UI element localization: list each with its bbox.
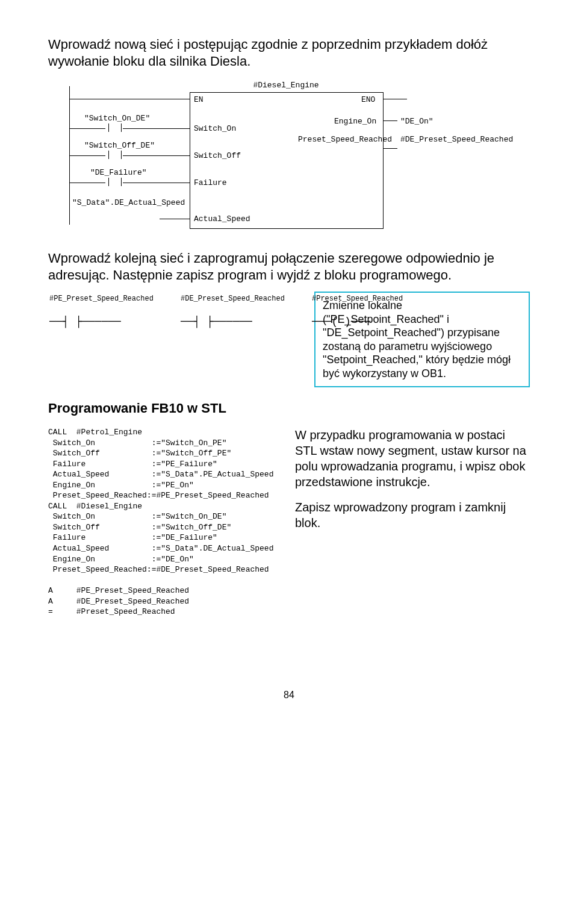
in1-port: Switch_On	[194, 123, 236, 134]
in2-label: "Switch_Off_DE"	[84, 140, 155, 151]
contact-icon	[108, 123, 122, 132]
port-eno: ENO	[361, 95, 375, 105]
in4-label: "S_Data".DE_Actual_Speed	[72, 198, 181, 208]
contact-icon	[108, 151, 122, 159]
page-number: 84	[48, 690, 530, 701]
in3-label: "DE_Failure"	[90, 167, 147, 178]
in3-port: Failure	[194, 178, 227, 189]
out2-port: Preset_Speed_Reached	[298, 134, 382, 145]
side-paragraph-2: Zapisz wprowadzony program i zamknij blo…	[295, 499, 530, 531]
stl-code-block: CALL #Petrol_Engine Switch_On :="Switch_…	[48, 427, 277, 617]
heading-stl: Programowanie FB10 w STL	[48, 401, 530, 416]
fbd-diagram-diesel: #Diesel_Engine EN ENO "Switch_On_DE" Swi…	[48, 80, 530, 237]
side-paragraph-1: W przypadku programowania w postaci STL …	[295, 427, 530, 490]
rung-var-2: #DE_Preset_Speed_Reached	[181, 294, 295, 314]
intro-paragraph-1: Wprowadź nową sieć i postępując zgodnie …	[48, 36, 530, 69]
contact-icon	[108, 178, 122, 186]
out1-port: Engine_On	[334, 116, 376, 127]
in1-label: "Switch_On_DE"	[84, 113, 150, 124]
in4-port: Actual_Speed	[194, 214, 250, 225]
out2-label: #DE_Preset_Speed_Reached	[400, 134, 497, 145]
rung-var-1: #PE_Preset_Speed_Reached	[49, 294, 164, 314]
out1-label: "DE_On"	[400, 116, 434, 127]
fb-title: #Diesel_Engine	[190, 80, 382, 91]
ladder-rung: #PE_Preset_Speed_Reached ──┤ ├────── #DE…	[48, 294, 530, 336]
port-en: EN	[194, 95, 204, 105]
in2-port: Switch_Off	[194, 151, 241, 161]
rung-var-3: #Preset_Speed_Reached	[312, 294, 414, 314]
intro-paragraph-2: Wprowadź kolejną sieć i zaprogramuj połą…	[48, 250, 530, 283]
